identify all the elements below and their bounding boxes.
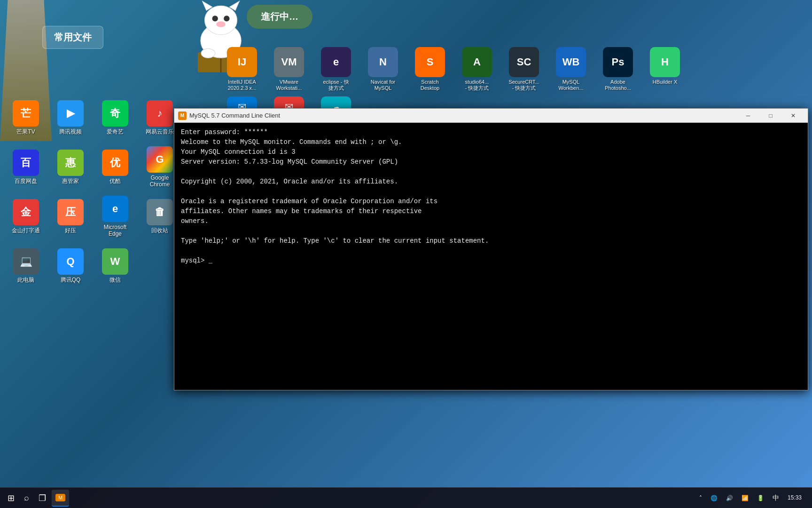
left-icon-tencent-qq[interactable]: Q 腾讯QQ — [49, 242, 92, 289]
top-icon-vmware[interactable]: VM VMwareWorkstati... — [268, 47, 310, 91]
mysql-line: mysql> _ — [181, 256, 801, 266]
icon-label-hbuilder: HBuilder X — [653, 79, 678, 85]
start-button[interactable]: ⊞ — [4, 490, 18, 507]
icon-label-iqiyi: 爱奇艺 — [107, 128, 124, 135]
icon-label-youku: 优酷 — [109, 178, 121, 184]
icon-label-scratch: ScratchDesktop — [421, 79, 439, 91]
icon-img-photoshop: Ps — [603, 47, 633, 77]
icon-img-intellij: IJ — [227, 47, 257, 77]
top-icon-intellij[interactable]: IJ IntelliJ IDEA2020.2.3 x... — [221, 47, 263, 91]
icon-label-this-pc: 此电脑 — [17, 277, 34, 283]
icon-label-studio64: studio64...- 快捷方式 — [465, 79, 489, 91]
window-controls: ─ □ ✕ — [737, 109, 804, 123]
top-icons-row: IJ IntelliJ IDEA2020.2.3 x... VM VMwareW… — [221, 47, 686, 91]
icon-label-tencent-video: 腾讯视频 — [59, 128, 82, 135]
left-icon-wechat[interactable]: W 微信 — [94, 242, 136, 289]
left-icon-this-pc[interactable]: 💻 此电脑 — [5, 242, 47, 289]
svg-point-6 — [212, 16, 218, 21]
top-icon-eclipse[interactable]: e eclipse - 快捷方式 — [315, 47, 357, 91]
top-icon-hbuilder[interactable]: H HBuilder X — [644, 47, 686, 85]
left-icon-baidu-pan[interactable]: 百 百度网盘 — [5, 143, 47, 190]
icon-img-vmware: VM — [274, 47, 304, 77]
icon-label-photoshop: AdobePhotosho... — [605, 79, 631, 91]
top-icon-photoshop[interactable]: Ps AdobePhotosho... — [597, 47, 639, 91]
desktop: 常用文件 進行中… IJ IntelliJ IDEA2020.2.3 x. — [0, 0, 812, 508]
close-button[interactable]: ✕ — [782, 109, 804, 123]
icon-img-wechat: W — [102, 248, 128, 275]
mysql-line: Server version: 5.7.33-log MySQL Communi… — [181, 157, 801, 167]
tray-network[interactable]: 🌐 — [708, 493, 720, 503]
tray-volume[interactable]: 🔊 — [723, 493, 736, 503]
mysql-line: Copyright (c) 2000, 2021, Oracle and/or … — [181, 177, 801, 187]
icon-img-this-pc: 💻 — [13, 248, 39, 275]
icon-img-securecrt: SC — [509, 47, 539, 77]
icon-label-eclipse: eclipse - 快捷方式 — [323, 79, 349, 91]
icon-label-recycle-bin: 回收站 — [151, 227, 168, 234]
top-icon-securecrt[interactable]: SC SecureCRT...- 快捷方式 — [503, 47, 545, 91]
left-icon-mango-tv[interactable]: 芒 芒果TV — [5, 94, 47, 141]
system-tray: ˄ 🌐 🔊 📶 🔋 中 15:33 — [696, 492, 808, 504]
icon-label-securecrt: SecureCRT...- 快捷方式 — [508, 79, 539, 91]
mysql-line: Welcome to the MySQL monitor. Commands e… — [181, 137, 801, 147]
svg-point-3 — [205, 6, 237, 35]
tray-wifi[interactable]: 📶 — [739, 493, 751, 503]
left-icon-youku[interactable]: 优 优酷 — [94, 143, 136, 190]
icon-img-eclipse: e — [321, 47, 351, 77]
icon-img-scratch: S — [415, 47, 445, 77]
icon-img-recycle-bin: 🗑 — [147, 199, 173, 225]
tray-chevron[interactable]: ˄ — [696, 493, 705, 503]
mysql-taskbar-icon: M — [55, 494, 65, 501]
left-icon-ms-edge[interactable]: e MicrosoftEdge — [94, 193, 136, 240]
icon-label-mysql-wb: MySQLWorkben... — [559, 79, 584, 91]
top-icon-navicat[interactable]: N Navicat forMySQL — [362, 47, 404, 91]
search-button[interactable]: ⌕ — [20, 490, 33, 507]
icon-label-vmware: VMwareWorkstati... — [276, 79, 302, 91]
icon-img-haoya: 压 — [57, 199, 84, 225]
top-icon-mysql-wb[interactable]: WB MySQLWorkben... — [550, 47, 592, 91]
left-icon-iqiyi[interactable]: 奇 爱奇艺 — [94, 94, 136, 141]
icon-img-hbuilder: H — [650, 47, 680, 77]
minimize-button[interactable]: ─ — [737, 109, 759, 123]
icon-label-360-manager: 惠管家 — [62, 178, 79, 184]
svg-point-8 — [216, 22, 226, 27]
icon-label-intellij: IntelliJ IDEA2020.2.3 x... — [228, 79, 257, 91]
icon-img-baidu-pan: 百 — [13, 150, 39, 176]
common-files-button[interactable]: 常用文件 — [42, 26, 103, 49]
mysql-title-text: MySQL 5.7 Command Line Client — [189, 112, 734, 119]
left-icon-jinshan-type[interactable]: 金 金山打字通 — [5, 193, 47, 240]
mysql-window[interactable]: M MySQL 5.7 Command Line Client ─ □ ✕ En… — [174, 108, 808, 390]
svg-point-7 — [224, 16, 229, 21]
svg-point-9 — [201, 48, 215, 58]
left-icon-haoya[interactable]: 压 好压 — [49, 193, 92, 240]
icon-img-mango-tv: 芒 — [13, 100, 39, 127]
tray-input-method[interactable]: 中 — [770, 492, 782, 504]
mysql-line: owners. — [181, 216, 801, 226]
icon-img-iqiyi: 奇 — [102, 100, 128, 127]
icon-img-studio64: A — [462, 47, 492, 77]
left-icon-tencent-video[interactable]: ▶ 腾讯视频 — [49, 94, 92, 141]
mysql-line: Oracle is a registered trademark of Orac… — [181, 197, 801, 206]
top-icon-studio64[interactable]: A studio64...- 快捷方式 — [456, 47, 498, 91]
running-mysql-button[interactable]: M — [52, 490, 69, 507]
icon-img-360-manager: 惠 — [57, 150, 84, 176]
icon-label-wechat: 微信 — [109, 277, 121, 283]
left-icon-360-manager[interactable]: 惠 惠管家 — [49, 143, 92, 190]
maximize-button[interactable]: □ — [760, 109, 781, 123]
top-icon-scratch[interactable]: S ScratchDesktop — [409, 47, 451, 91]
icon-img-tencent-qq: Q — [57, 248, 84, 275]
icon-label-google-chrome: GoogleChrome — [150, 175, 170, 188]
icon-label-navicat: Navicat forMySQL — [371, 79, 396, 91]
progress-button[interactable]: 進行中… — [247, 5, 312, 29]
icon-img-google-chrome: G — [147, 146, 173, 173]
mysql-content[interactable]: Enter password: ******Welcome to the MyS… — [174, 123, 808, 390]
task-view-button[interactable]: ❐ — [35, 490, 50, 507]
icon-label-tencent-qq: 腾讯QQ — [61, 277, 81, 283]
icon-img-netease-music: ♪ — [147, 100, 173, 127]
tray-clock[interactable]: 15:33 — [785, 492, 804, 504]
tray-battery[interactable]: 🔋 — [754, 493, 767, 503]
icon-img-tencent-video: ▶ — [57, 100, 84, 127]
icon-label-baidu-pan: 百度网盘 — [15, 178, 37, 184]
icon-img-youku: 优 — [102, 150, 128, 176]
mysql-line: Enter password: ****** — [181, 127, 801, 137]
icon-label-mango-tv: 芒果TV — [16, 128, 35, 135]
